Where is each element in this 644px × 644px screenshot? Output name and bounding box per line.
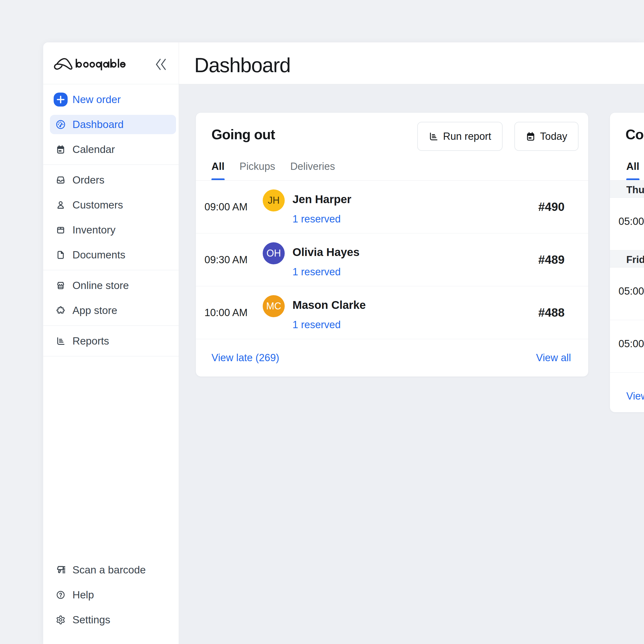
coming-in-title: Coming in	[625, 127, 644, 142]
row-time: 09:30 AM	[204, 254, 247, 266]
boomerang-icon	[54, 59, 72, 69]
coming-in-card: Coming in All Thursday 05:00 PM Friday 0…	[610, 112, 644, 412]
row-time: 05:00 PM	[619, 286, 644, 297]
sidebar-item-new-order[interactable]: New order	[50, 90, 176, 109]
tab-all[interactable]: All	[626, 156, 639, 180]
order-number: #488	[538, 306, 565, 319]
help-icon	[53, 590, 68, 600]
calendar-icon	[53, 145, 68, 154]
active-tab-underline	[626, 178, 639, 180]
sidebar-item-label: Settings	[72, 614, 110, 626]
day-group-header: Thursday	[610, 181, 644, 198]
sidebar-item-online-store[interactable]: Online store	[50, 276, 176, 295]
sidebar-item-label: Dashboard	[72, 119, 124, 130]
header-buttons: Run report Today	[417, 122, 579, 151]
coming-in-header: Coming in All	[610, 113, 644, 181]
row-time: 10:00 AM	[204, 307, 247, 319]
sidebar-item-orders[interactable]: Orders	[50, 170, 176, 190]
sidebar-item-documents[interactable]: Documents	[50, 245, 176, 265]
sidebar-item-customers[interactable]: Customers	[50, 195, 176, 215]
going-out-rows: 09:00 AM JH Jen Harper 1 reserved #490 0…	[196, 181, 588, 339]
sidebar-item-label: Reports	[72, 335, 109, 347]
sidebar-item-scan-a-barcode[interactable]: Scan a barcode	[50, 560, 176, 580]
sidebar-group-store: Online store App store	[43, 270, 179, 326]
going-out-footer: View late (269) View all	[196, 339, 588, 376]
customer-name: Jen Harper	[292, 193, 351, 206]
plus-badge	[54, 93, 68, 107]
sidebar: New order	[43, 42, 179, 644]
sidebar-item-label: Documents	[72, 249, 125, 261]
sidebar-item-label: New order	[72, 94, 121, 105]
run-report-label: Run report	[443, 131, 491, 142]
booqable-wordmark	[76, 59, 125, 70]
sidebar-group-reports: Reports	[43, 326, 179, 356]
customers-icon	[53, 200, 68, 210]
sidebar-item-calendar[interactable]: Calendar	[50, 140, 176, 159]
today-button[interactable]: Today	[514, 122, 579, 151]
order-row[interactable]: 05:00 PM	[610, 198, 644, 250]
sidebar-item-dashboard[interactable]: Dashboard	[50, 115, 176, 134]
avatar: JH	[263, 189, 285, 211]
sidebar-item-label: Inventory	[72, 224, 115, 236]
settings-icon	[53, 615, 68, 625]
sidebar-group-records: Orders Customers	[43, 165, 179, 270]
reserved-link[interactable]: 1 reserved	[292, 213, 351, 225]
tab-all[interactable]: All	[211, 156, 225, 180]
active-tab-underline	[211, 178, 225, 180]
sidebar-item-help[interactable]: Help	[50, 585, 176, 605]
sidebar-item-app-store[interactable]: App store	[50, 301, 176, 320]
row-time: 09:00 AM	[204, 201, 247, 213]
tab-deliveries[interactable]: Deliveries	[290, 156, 335, 180]
inventory-icon	[53, 225, 68, 235]
customer-info: Olivia Hayes 1 reserved	[292, 246, 360, 278]
order-row[interactable]: 05:00 PM	[610, 320, 644, 373]
customer-info: Mason Clarke 1 reserved	[292, 299, 366, 331]
run-report-button[interactable]: Run report	[417, 122, 503, 151]
order-row[interactable]: 09:30 AM OH Olivia Hayes 1 reserved #489	[196, 233, 588, 286]
order-row[interactable]: 10:00 AM MC Mason Clarke 1 reserved #488	[196, 286, 588, 339]
app-store-icon	[53, 306, 68, 315]
report-chart-icon	[429, 131, 438, 141]
sidebar-item-label: App store	[72, 305, 117, 316]
sidebar-item-reports[interactable]: Reports	[50, 331, 176, 351]
order-number: #489	[538, 253, 565, 266]
sidebar-item-label: Online store	[72, 280, 129, 291]
customer-name: Olivia Hayes	[292, 246, 360, 259]
going-out-header: Going out Run report	[196, 113, 588, 181]
coming-in-footer: View all	[610, 372, 644, 412]
going-out-card: Going out Run report	[196, 112, 588, 377]
view-late-link[interactable]: View late (269)	[211, 352, 279, 364]
plus-icon	[53, 93, 68, 107]
reserved-link[interactable]: 1 reserved	[292, 319, 366, 331]
sidebar-item-label: Scan a barcode	[72, 564, 146, 576]
content: Going out Run report	[179, 85, 644, 644]
view-all-link[interactable]: View all	[536, 352, 571, 364]
sidebar-item-label: Calendar	[72, 144, 115, 155]
collapse-sidebar-icon[interactable]	[155, 59, 167, 70]
order-number: #490	[538, 200, 565, 214]
booqable-logo	[53, 57, 131, 76]
sidebar-item-label: Help	[72, 589, 94, 601]
app-window: New order	[43, 42, 644, 644]
barcode-scanner-icon	[53, 565, 68, 575]
coming-in-tabs: All	[626, 156, 639, 180]
day-group-header: Friday	[610, 250, 644, 268]
avatar: OH	[263, 242, 285, 264]
dashboard-icon	[53, 119, 68, 130]
tab-pickups[interactable]: Pickups	[240, 156, 275, 180]
reports-icon	[53, 336, 68, 346]
going-out-title: Going out	[211, 127, 275, 142]
sidebar-item-label: Orders	[72, 174, 104, 186]
row-time: 05:00 PM	[619, 338, 644, 350]
sidebar-nav: New order	[43, 84, 179, 356]
sidebar-item-settings[interactable]: Settings	[50, 610, 176, 630]
order-row[interactable]: 09:00 AM JH Jen Harper 1 reserved #490	[196, 181, 588, 233]
documents-icon	[53, 250, 68, 260]
order-row[interactable]: 05:00 PM	[610, 268, 644, 320]
reserved-link[interactable]: 1 reserved	[292, 266, 360, 278]
sidebar-item-label: Customers	[72, 199, 123, 211]
view-all-link[interactable]: View all	[626, 390, 644, 402]
sidebar-item-inventory[interactable]: Inventory	[50, 220, 176, 240]
sidebar-logo-area	[43, 42, 179, 84]
customer-info: Jen Harper 1 reserved	[292, 193, 351, 225]
